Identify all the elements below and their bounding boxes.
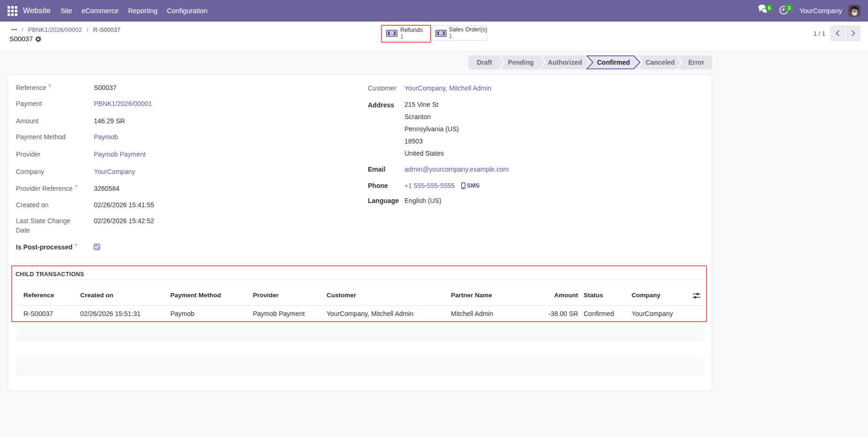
svg-text:1: 1 bbox=[440, 31, 442, 35]
svg-text:1: 1 bbox=[391, 31, 393, 35]
svg-text:Pending: Pending bbox=[508, 59, 533, 66]
svg-text:Authorized: Authorized bbox=[548, 59, 582, 66]
svg-text:Draft: Draft bbox=[477, 59, 492, 66]
svg-text:Canceled: Canceled bbox=[646, 59, 675, 66]
svg-text:Error: Error bbox=[688, 59, 705, 66]
svg-text:Confirmed: Confirmed bbox=[597, 59, 630, 66]
